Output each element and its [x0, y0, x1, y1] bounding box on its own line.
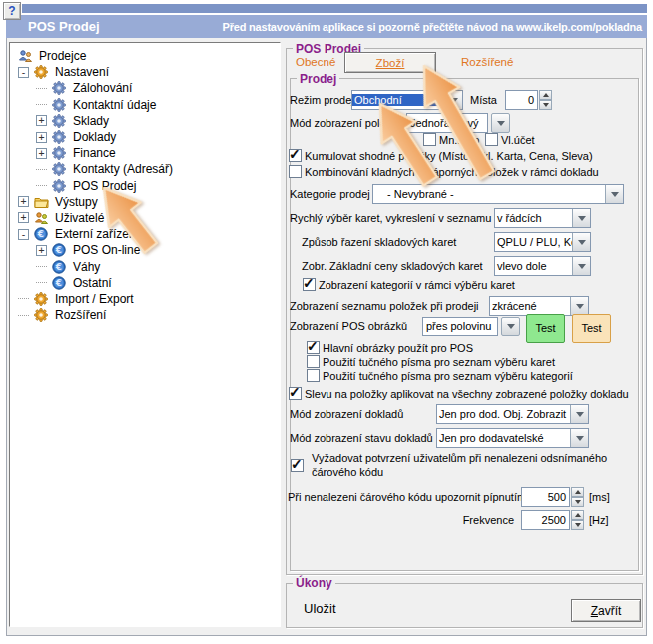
tree-connector — [18, 315, 29, 316]
spin-up-icon[interactable] — [539, 90, 552, 100]
tree-connector — [36, 104, 47, 105]
gear-blue-icon — [52, 130, 67, 144]
expand-toggle-icon[interactable]: - — [18, 229, 29, 240]
pipnuti-label: Při nenalezeni čárového kódu upozornit p… — [288, 491, 526, 503]
gear-orange-icon — [34, 292, 49, 306]
tree-item-doklady[interactable]: +Doklady — [16, 129, 280, 145]
expand-toggle-icon[interactable]: + — [18, 212, 29, 223]
tree-item-ostatni[interactable]: €Ostatní — [16, 275, 280, 291]
chevron-down-icon[interactable] — [501, 317, 520, 336]
window-title: POS Prodej — [28, 19, 100, 34]
titlebar-notice: Před nastavováním aplikace si pozorně př… — [223, 21, 642, 33]
svg-text:€: € — [55, 278, 62, 288]
titlebar[interactable]: POS Prodej Před nastavováním aplikace si… — [6, 15, 647, 38]
expand-toggle-icon[interactable]: + — [36, 245, 47, 256]
chevron-down-icon[interactable] — [572, 209, 590, 227]
chevron-down-icon[interactable] — [572, 233, 590, 251]
pipnuti-unit: [ms] — [589, 491, 610, 503]
tree-item-prodejce[interactable]: Prodejce — [16, 48, 280, 64]
ulozit-button[interactable]: Uložit — [304, 601, 336, 616]
svg-text:€: € — [55, 262, 62, 272]
zpusob-razeni-value: QPLU / PLU, Kó — [495, 236, 572, 248]
tree-item-label: Nastavení — [53, 65, 111, 79]
expand-toggle-icon[interactable]: + — [36, 148, 47, 159]
mista-value: 0 — [505, 90, 538, 110]
slevu-label: Slevu na položky aplikovat na všechny zo… — [305, 388, 629, 400]
spin-down-icon[interactable] — [571, 520, 584, 530]
settings-tree: Prodejce-NastaveníZálohováníKontaktní úd… — [16, 48, 280, 322]
expand-toggle-icon[interactable]: - — [18, 67, 29, 78]
rezim-prodeje-label: Režim prodeje — [290, 94, 360, 106]
kombinovani-checkbox[interactable] — [289, 165, 302, 178]
zakladni-ceny-select[interactable]: vlevo dole — [494, 256, 591, 276]
gear-blue-icon — [52, 81, 67, 95]
frekvence-unit: [Hz] — [589, 514, 609, 526]
spin-up-icon[interactable] — [571, 510, 584, 520]
hlavni-obrazky-checkbox[interactable] — [307, 341, 320, 354]
test-green-button[interactable]: Test — [526, 314, 565, 343]
rychly-vyber-select[interactable]: v řádcích — [494, 208, 591, 228]
tree-item-label: Kontakty (Adresář) — [71, 162, 175, 176]
tree-item-sklady[interactable]: +Sklady — [16, 113, 280, 129]
tree-item-kontaktni-udaje[interactable]: Kontaktní údaje — [16, 97, 280, 113]
svg-text:€: € — [37, 229, 44, 239]
kategorie-vyber-checkbox[interactable] — [303, 278, 316, 291]
tree-connector — [36, 88, 47, 89]
mod-stavu-value: Jen pro dodavatelské — [437, 432, 570, 444]
gear-blue-icon — [52, 98, 67, 112]
mista-spinner[interactable]: 0 — [505, 90, 552, 110]
pos-obrazky-select[interactable]: přes polovinu — [422, 317, 520, 336]
kategorie-prodej-label: Kategorie prodej — [290, 188, 370, 200]
tab-rozsirene[interactable]: Rozšířené — [461, 56, 513, 68]
mod-dokladu-value: Jen pro dod. Obj. Zobrazit — [437, 408, 570, 420]
expand-toggle-icon[interactable]: + — [18, 196, 29, 207]
gear-blue-icon — [52, 162, 67, 176]
test-tan-button[interactable]: Test — [572, 314, 611, 343]
chevron-down-icon[interactable] — [572, 257, 590, 275]
tree-item-label: Váhy — [71, 260, 102, 274]
zavrit-button[interactable]: Zavřít — [571, 599, 641, 622]
tree-item-zalohovani[interactable]: Zálohování — [16, 80, 280, 96]
pipnuti-spinner[interactable]: 500 — [521, 487, 584, 507]
spin-down-icon[interactable] — [539, 100, 552, 110]
frekvence-spinner[interactable]: 2500 — [521, 510, 584, 530]
tucne-pismo-karet-checkbox[interactable] — [307, 355, 320, 368]
zavrit-button-label: Zavřít — [591, 604, 622, 618]
mod-stavu-select[interactable]: Jen pro dodavatelské — [436, 428, 589, 448]
vyzadovat-potvrzeni-checkbox[interactable] — [291, 459, 304, 472]
tree-connector — [36, 185, 47, 186]
tab-obecne[interactable]: Obecné — [296, 56, 335, 68]
expand-toggle-icon[interactable]: + — [36, 132, 47, 143]
tree-item-vystupy[interactable]: +Výstupy — [16, 194, 280, 210]
tree-connector — [18, 298, 29, 299]
tree-item-pos-prodej[interactable]: POS Prodej — [16, 178, 280, 194]
tree-item-rozsireni[interactable]: Rozšíření — [16, 307, 280, 322]
slevu-checkbox[interactable] — [289, 387, 302, 400]
chevron-down-icon[interactable] — [570, 429, 588, 447]
kategorie-prodej-value: - Nevybrané - — [373, 188, 605, 200]
chevron-down-icon[interactable] — [491, 113, 510, 133]
vyzadovat-potvrzeni-label-line2: čárového kódu — [312, 466, 383, 478]
zpusob-razeni-select[interactable]: QPLU / PLU, Kó — [494, 232, 591, 252]
spin-up-icon[interactable] — [571, 487, 584, 497]
chevron-down-icon[interactable] — [570, 405, 588, 423]
zakladni-ceny-value: vlevo dole — [495, 260, 572, 272]
kumulovat-checkbox[interactable] — [289, 149, 302, 162]
chevron-down-icon[interactable] — [570, 297, 588, 315]
expand-toggle-icon[interactable]: + — [36, 115, 47, 126]
spin-down-icon[interactable] — [571, 497, 584, 507]
seznam-polozek-label: Zobrazení seznamu položek při prodeji — [290, 300, 479, 312]
euro-icon: € — [52, 260, 67, 274]
tree-item-import-export[interactable]: Import / Export — [16, 291, 280, 307]
tree-item-nastaveni[interactable]: -Nastavení — [16, 64, 280, 80]
tree-item-kontakty-adresar[interactable]: Kontakty (Adresář) — [16, 161, 280, 177]
seznam-polozek-select[interactable]: zkrácené — [489, 296, 589, 316]
frekvence-label: Frekvence — [439, 514, 514, 526]
tree-item-vahy[interactable]: €Váhy — [16, 258, 280, 274]
chevron-down-icon[interactable] — [605, 185, 623, 203]
gear-blue-icon — [52, 114, 67, 128]
help-button[interactable]: ? — [3, 2, 21, 20]
tree-item-finance[interactable]: +Finance — [16, 145, 280, 161]
mod-dokladu-select[interactable]: Jen pro dod. Obj. Zobrazit — [436, 404, 589, 424]
tucne-pismo-kategorii-checkbox[interactable] — [307, 369, 320, 382]
